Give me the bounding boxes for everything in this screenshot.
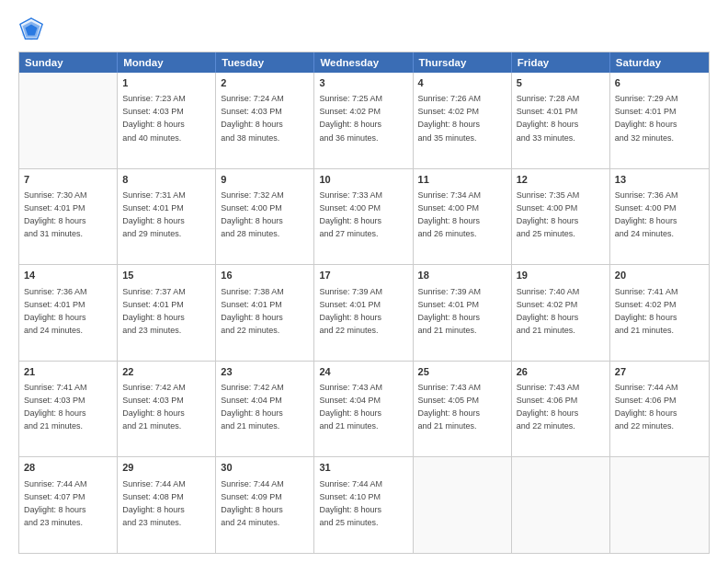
day-details: Sunrise: 7:25 AM Sunset: 4:02 PM Dayligh… — [319, 94, 382, 142]
day-cell-24: 24Sunrise: 7:43 AM Sunset: 4:04 PM Dayli… — [314, 362, 413, 457]
day-number: 8 — [122, 173, 210, 187]
day-cell-29: 29Sunrise: 7:44 AM Sunset: 4:08 PM Dayli… — [118, 457, 216, 553]
calendar-row-2: 7Sunrise: 7:30 AM Sunset: 4:01 PM Daylig… — [19, 168, 709, 265]
calendar: SundayMondayTuesdayWednesdayThursdayFrid… — [18, 52, 710, 554]
day-details: Sunrise: 7:30 AM Sunset: 4:01 PM Dayligh… — [24, 190, 87, 238]
day-number: 6 — [615, 76, 704, 90]
day-details: Sunrise: 7:31 AM Sunset: 4:01 PM Dayligh… — [122, 190, 186, 238]
day-details: Sunrise: 7:33 AM Sunset: 4:00 PM Dayligh… — [319, 190, 382, 238]
day-number: 10 — [319, 173, 407, 187]
day-cell-19: 19Sunrise: 7:40 AM Sunset: 4:02 PM Dayli… — [512, 265, 610, 361]
day-number: 25 — [418, 365, 506, 379]
day-cell-6: 6Sunrise: 7:29 AM Sunset: 4:01 PM Daylig… — [610, 73, 709, 168]
day-details: Sunrise: 7:43 AM Sunset: 4:04 PM Dayligh… — [319, 383, 382, 431]
day-number: 21 — [24, 365, 112, 379]
day-number: 18 — [418, 269, 506, 282]
logo-icon — [18, 17, 44, 42]
day-cell-31: 31Sunrise: 7:44 AM Sunset: 4:10 PM Dayli… — [314, 457, 413, 553]
day-details: Sunrise: 7:24 AM Sunset: 4:03 PM Dayligh… — [221, 94, 284, 142]
weekday-header-thursday: Thursday — [414, 52, 512, 73]
day-number: 5 — [517, 76, 605, 90]
day-number: 14 — [24, 269, 112, 282]
day-details: Sunrise: 7:32 AM Sunset: 4:00 PM Dayligh… — [221, 190, 284, 238]
day-number: 30 — [221, 461, 309, 475]
calendar-row-3: 14Sunrise: 7:36 AM Sunset: 4:01 PM Dayli… — [19, 264, 709, 361]
weekday-header-wednesday: Wednesday — [314, 52, 413, 73]
day-details: Sunrise: 7:44 AM Sunset: 4:10 PM Dayligh… — [319, 479, 382, 527]
day-details: Sunrise: 7:23 AM Sunset: 4:03 PM Dayligh… — [122, 94, 186, 142]
day-details: Sunrise: 7:36 AM Sunset: 4:00 PM Dayligh… — [615, 190, 678, 238]
empty-cell — [610, 457, 709, 553]
calendar-row-4: 21Sunrise: 7:41 AM Sunset: 4:03 PM Dayli… — [19, 361, 709, 457]
calendar-body: 1Sunrise: 7:23 AM Sunset: 4:03 PM Daylig… — [19, 73, 709, 553]
day-details: Sunrise: 7:37 AM Sunset: 4:01 PM Dayligh… — [122, 287, 186, 335]
day-cell-27: 27Sunrise: 7:44 AM Sunset: 4:06 PM Dayli… — [610, 362, 709, 457]
day-number: 24 — [319, 365, 407, 379]
day-cell-8: 8Sunrise: 7:31 AM Sunset: 4:01 PM Daylig… — [118, 169, 216, 265]
weekday-header-saturday: Saturday — [610, 52, 709, 73]
day-details: Sunrise: 7:42 AM Sunset: 4:04 PM Dayligh… — [221, 383, 284, 431]
day-cell-17: 17Sunrise: 7:39 AM Sunset: 4:01 PM Dayli… — [314, 265, 413, 361]
calendar-row-5: 28Sunrise: 7:44 AM Sunset: 4:07 PM Dayli… — [19, 456, 709, 553]
day-details: Sunrise: 7:38 AM Sunset: 4:01 PM Dayligh… — [221, 287, 284, 335]
day-cell-11: 11Sunrise: 7:34 AM Sunset: 4:00 PM Dayli… — [414, 169, 512, 265]
empty-cell — [19, 73, 118, 168]
day-cell-25: 25Sunrise: 7:43 AM Sunset: 4:05 PM Dayli… — [414, 362, 512, 457]
day-number: 4 — [418, 76, 506, 90]
day-number: 23 — [221, 365, 309, 379]
day-cell-1: 1Sunrise: 7:23 AM Sunset: 4:03 PM Daylig… — [118, 73, 216, 168]
day-number: 27 — [615, 365, 704, 379]
day-details: Sunrise: 7:43 AM Sunset: 4:05 PM Dayligh… — [418, 383, 482, 431]
day-number: 17 — [319, 269, 407, 282]
calendar-row-1: 1Sunrise: 7:23 AM Sunset: 4:03 PM Daylig… — [19, 73, 709, 168]
day-cell-2: 2Sunrise: 7:24 AM Sunset: 4:03 PM Daylig… — [216, 73, 314, 168]
day-details: Sunrise: 7:42 AM Sunset: 4:03 PM Dayligh… — [122, 383, 186, 431]
day-number: 22 — [122, 365, 210, 379]
day-details: Sunrise: 7:28 AM Sunset: 4:01 PM Dayligh… — [517, 94, 580, 142]
empty-cell — [512, 457, 610, 553]
day-cell-26: 26Sunrise: 7:43 AM Sunset: 4:06 PM Dayli… — [512, 362, 610, 457]
day-details: Sunrise: 7:26 AM Sunset: 4:02 PM Dayligh… — [418, 94, 482, 142]
day-details: Sunrise: 7:39 AM Sunset: 4:01 PM Dayligh… — [418, 287, 482, 335]
day-cell-20: 20Sunrise: 7:41 AM Sunset: 4:02 PM Dayli… — [610, 265, 709, 361]
day-details: Sunrise: 7:34 AM Sunset: 4:00 PM Dayligh… — [418, 190, 482, 238]
day-number: 19 — [517, 269, 605, 282]
weekday-header-friday: Friday — [512, 52, 610, 73]
day-cell-9: 9Sunrise: 7:32 AM Sunset: 4:00 PM Daylig… — [216, 169, 314, 265]
day-details: Sunrise: 7:40 AM Sunset: 4:02 PM Dayligh… — [517, 287, 580, 335]
day-cell-22: 22Sunrise: 7:42 AM Sunset: 4:03 PM Dayli… — [118, 362, 216, 457]
page: SundayMondayTuesdayWednesdayThursdayFrid… — [0, 0, 728, 563]
day-details: Sunrise: 7:41 AM Sunset: 4:02 PM Dayligh… — [615, 287, 678, 335]
day-number: 15 — [122, 269, 210, 282]
day-cell-13: 13Sunrise: 7:36 AM Sunset: 4:00 PM Dayli… — [610, 169, 709, 265]
day-details: Sunrise: 7:39 AM Sunset: 4:01 PM Dayligh… — [319, 287, 382, 335]
day-number: 7 — [24, 173, 112, 187]
day-details: Sunrise: 7:36 AM Sunset: 4:01 PM Dayligh… — [24, 287, 87, 335]
day-number: 31 — [319, 461, 407, 475]
day-details: Sunrise: 7:44 AM Sunset: 4:07 PM Dayligh… — [24, 479, 87, 527]
day-cell-23: 23Sunrise: 7:42 AM Sunset: 4:04 PM Dayli… — [216, 362, 314, 457]
day-cell-3: 3Sunrise: 7:25 AM Sunset: 4:02 PM Daylig… — [314, 73, 413, 168]
day-cell-15: 15Sunrise: 7:37 AM Sunset: 4:01 PM Dayli… — [118, 265, 216, 361]
day-number: 13 — [615, 173, 704, 187]
day-details: Sunrise: 7:44 AM Sunset: 4:09 PM Dayligh… — [221, 479, 284, 527]
day-number: 26 — [517, 365, 605, 379]
day-cell-16: 16Sunrise: 7:38 AM Sunset: 4:01 PM Dayli… — [216, 265, 314, 361]
day-number: 9 — [221, 173, 309, 187]
weekday-header-sunday: Sunday — [19, 52, 118, 73]
day-number: 29 — [122, 461, 210, 475]
day-cell-4: 4Sunrise: 7:26 AM Sunset: 4:02 PM Daylig… — [414, 73, 512, 168]
calendar-header: SundayMondayTuesdayWednesdayThursdayFrid… — [19, 52, 709, 73]
day-cell-7: 7Sunrise: 7:30 AM Sunset: 4:01 PM Daylig… — [19, 169, 118, 265]
day-details: Sunrise: 7:43 AM Sunset: 4:06 PM Dayligh… — [517, 383, 580, 431]
day-cell-21: 21Sunrise: 7:41 AM Sunset: 4:03 PM Dayli… — [19, 362, 118, 457]
day-cell-5: 5Sunrise: 7:28 AM Sunset: 4:01 PM Daylig… — [512, 73, 610, 168]
day-cell-14: 14Sunrise: 7:36 AM Sunset: 4:01 PM Dayli… — [19, 265, 118, 361]
header — [18, 17, 710, 42]
empty-cell — [414, 457, 512, 553]
weekday-header-monday: Monday — [118, 52, 216, 73]
day-details: Sunrise: 7:44 AM Sunset: 4:08 PM Dayligh… — [122, 479, 186, 527]
day-number: 3 — [319, 76, 407, 90]
day-number: 1 — [122, 76, 210, 90]
day-cell-18: 18Sunrise: 7:39 AM Sunset: 4:01 PM Dayli… — [414, 265, 512, 361]
